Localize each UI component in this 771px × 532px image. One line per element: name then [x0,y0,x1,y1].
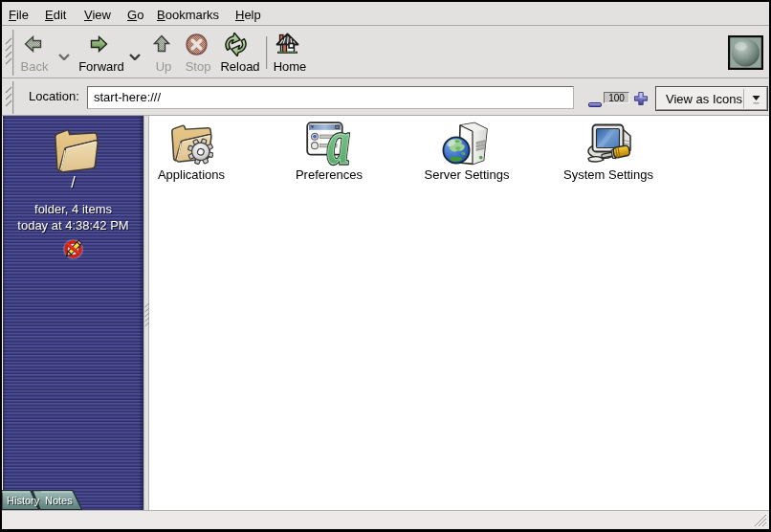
svg-text:Notes: Notes [45,495,73,506]
svg-text:a: a [327,122,350,166]
svg-text:History: History [7,495,40,506]
